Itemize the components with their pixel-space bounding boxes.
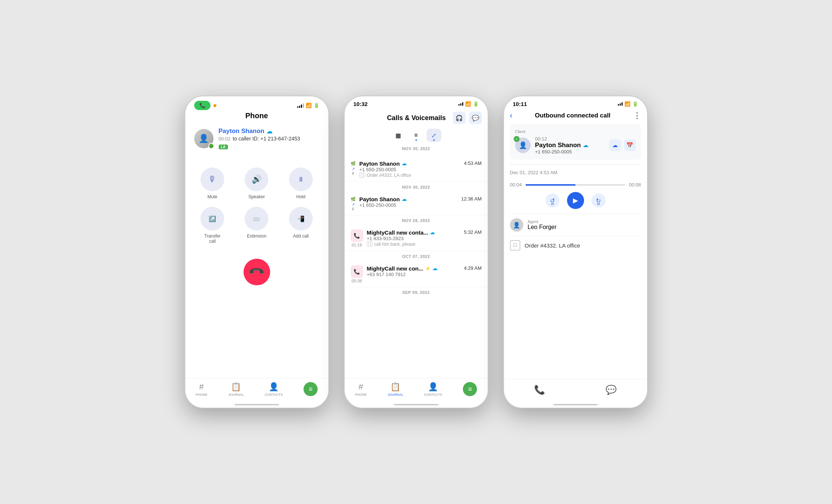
divider-1 bbox=[510, 164, 641, 165]
call-log-item-2[interactable]: 🌿 ↗ 🎙 Payton Shanon ☁ +1 650-250-0005 12… bbox=[345, 192, 488, 215]
screen3-bottom-nav: 📞 💬 bbox=[504, 379, 647, 404]
phone-screen-3: 10:11 📶 🔋 ‹ Outbound connected call ⋮ Cl… bbox=[503, 96, 648, 408]
mute-icon: 🎙 bbox=[208, 175, 216, 184]
caller-details: Payton Shanon ☁ 00:02 to caller ID: +1 2… bbox=[219, 127, 319, 150]
client-name: Payton Shanon ☁ bbox=[535, 142, 605, 149]
playback-progress-row: 00:04 00:08 bbox=[510, 182, 641, 188]
home-indicator bbox=[235, 404, 279, 405]
call3-number: +1 833-915-2823 bbox=[367, 236, 460, 241]
headset-icon: 🎧 bbox=[455, 115, 463, 122]
call4-extra-icon: ⚡ bbox=[425, 266, 431, 271]
call1-sub: ☐ Order #4332. LA office bbox=[359, 172, 460, 178]
time-display-3: 10:11 bbox=[513, 101, 527, 107]
transfer-icon: ↗️ bbox=[209, 215, 216, 222]
progress-fill bbox=[526, 184, 575, 186]
nav2-menu[interactable]: ≡ bbox=[463, 382, 477, 397]
speaker-label: Speaker bbox=[248, 194, 265, 199]
call2-right: 12:36 AM bbox=[461, 196, 482, 202]
call-type-overlay: ↗ bbox=[514, 136, 520, 142]
nav-journal[interactable]: 📋 JOURNAL bbox=[228, 382, 244, 397]
calendar-button[interactable]: 📅 bbox=[624, 139, 636, 151]
nav-menu[interactable]: ≡ bbox=[304, 382, 318, 397]
date-divider-nov28: NOV 28, 2022 bbox=[345, 215, 488, 226]
call1-right: 4:53 AM bbox=[464, 160, 482, 166]
call-timestamp: Dec 01, 2022 4:53 AM bbox=[510, 168, 641, 178]
playback-total: 00:08 bbox=[629, 182, 641, 188]
nav-contacts[interactable]: 👤 CONTACTS bbox=[265, 382, 283, 397]
end-call-button[interactable]: 📞 bbox=[243, 259, 270, 285]
add-call-button[interactable]: 📲 Add call bbox=[282, 207, 319, 244]
signal-bars-2 bbox=[458, 102, 463, 106]
call3-sf-icon: ☁ bbox=[430, 230, 435, 235]
chat-action-button[interactable]: 💬 bbox=[606, 385, 617, 395]
contacts-nav-label-2: CONTACTS bbox=[424, 393, 442, 397]
nav2-contacts[interactable]: 👤 CONTACTS bbox=[424, 382, 442, 397]
call-log-item-4[interactable]: 📞 00:38 MightyCall new con... ⚡ ☁ +63 91… bbox=[345, 262, 488, 287]
call-action-button[interactable]: 📞 bbox=[534, 385, 545, 395]
client-avatar: 👤 ↗ bbox=[515, 137, 531, 153]
list-icon: ≡ bbox=[414, 132, 418, 139]
page-title: Phone bbox=[245, 112, 268, 120]
speaker-icon-circle: 🔊 bbox=[245, 168, 268, 191]
mute-button[interactable]: 🎙 Mute bbox=[194, 168, 231, 199]
speaker-button[interactable]: 🔊 Speaker bbox=[238, 168, 275, 199]
rewind-button[interactable]: ↺ 15 bbox=[546, 193, 560, 208]
hold-button[interactable]: ⏸ Hold bbox=[282, 168, 319, 199]
extension-icon-circle: ⌨️ bbox=[245, 207, 268, 231]
client-call-timer: 00:12 bbox=[535, 136, 605, 142]
client-row: 👤 ↗ 00:12 Payton Shanon ☁ +1 650-250-000… bbox=[515, 136, 636, 155]
call-timer: 00:02 bbox=[219, 136, 231, 142]
filter-tab-list[interactable]: ≡ bbox=[409, 129, 424, 142]
phone-screen-2: 10:32 📶 🔋 Calls & Voicemails 🎧 💬 bbox=[344, 96, 488, 408]
nav2-journal[interactable]: 📋 JOURNAL bbox=[388, 382, 403, 397]
order-section: ☐ Order #4332. LA office bbox=[510, 236, 641, 254]
salesforce-link-button[interactable]: ☁ bbox=[609, 139, 621, 151]
mute-icon-circle: 🎙 bbox=[200, 168, 224, 191]
add-call-icon: 📲 bbox=[297, 215, 305, 222]
journal-nav-label-2: JOURNAL bbox=[388, 393, 403, 397]
forward-button[interactable]: ↻ 15 bbox=[591, 193, 606, 208]
more-options-button[interactable]: ⋮ bbox=[633, 111, 641, 120]
speaker-icon: 🔊 bbox=[252, 175, 262, 184]
filter-tab-expand[interactable]: ⤢ bbox=[427, 129, 441, 142]
header-icons: 🎧 💬 bbox=[453, 112, 482, 124]
home-indicator-3 bbox=[553, 404, 598, 405]
progress-bar[interactable] bbox=[526, 184, 625, 186]
call4-type-icon: 📞 bbox=[351, 265, 363, 278]
phone-nav-label-2: PHONE bbox=[355, 393, 367, 397]
call-log-item-3[interactable]: 📞 01:19 MightyCall new conta... ☁ +1 833… bbox=[345, 226, 488, 251]
wifi-icon-3: 📶 bbox=[624, 101, 630, 107]
back-button[interactable]: ‹ bbox=[510, 111, 513, 120]
phone-screen-1: 📞 📶 🔋 Phone 👤 🌿 Payton Sha bbox=[185, 96, 329, 408]
contacts-nav-label: CONTACTS bbox=[265, 393, 283, 397]
call1-details: Payton Shanon ☁ +1 650-250-0005 ☐ Order … bbox=[359, 160, 460, 178]
call-actions-grid: 🎙 Mute 🔊 Speaker ⏸ Hold ↗️ Tran bbox=[194, 168, 319, 244]
chat-icon-button[interactable]: 💬 bbox=[469, 112, 482, 124]
client-sf-icon: ☁ bbox=[583, 142, 588, 148]
transfer-icon-circle: ↗️ bbox=[200, 207, 224, 231]
caller-name: Payton Shanon ☁ bbox=[219, 127, 319, 135]
extension-button[interactable]: ⌨️ Extension bbox=[238, 207, 275, 244]
mute-label: Mute bbox=[208, 194, 218, 199]
screen3-header: ‹ Outbound connected call ⋮ bbox=[504, 109, 647, 124]
status-icons-2: 📶 🔋 bbox=[458, 101, 479, 107]
hold-icon-circle: ⏸ bbox=[289, 168, 313, 191]
expand-dot bbox=[433, 139, 435, 141]
call4-name: MightyCall new con... ⚡ ☁ bbox=[367, 265, 460, 272]
menu-nav-icon-2: ≡ bbox=[463, 382, 477, 396]
transfer-call-button[interactable]: ↗️ Transfercall bbox=[194, 207, 231, 244]
contacts-nav-icon-2: 👤 bbox=[428, 382, 438, 392]
nav2-phone[interactable]: # PHONE bbox=[355, 382, 367, 397]
order-icon: ☐ bbox=[510, 240, 520, 251]
filter-tab-grid[interactable]: ▦ bbox=[391, 129, 406, 142]
signal-bars bbox=[297, 103, 304, 108]
date-divider-current: NOV 30, 2022 bbox=[351, 143, 482, 154]
nav-phone[interactable]: # PHONE bbox=[196, 382, 208, 397]
call-log-item-1[interactable]: 🌿 ↗ 🎙 Payton Shanon ☁ +1 650-250-0005 ☐ … bbox=[345, 157, 488, 182]
call-log-list: 🌿 ↗ 🎙 Payton Shanon ☁ +1 650-250-0005 ☐ … bbox=[345, 157, 488, 378]
journal-title-row: Calls & Voicemails 🎧 💬 bbox=[351, 112, 482, 124]
phone-nav-icon-2: # bbox=[359, 382, 363, 392]
headset-icon-button[interactable]: 🎧 bbox=[453, 112, 465, 124]
bottom-nav-2: # PHONE 📋 JOURNAL 👤 CONTACTS ≡ bbox=[345, 378, 488, 404]
play-button[interactable]: ▶ bbox=[567, 192, 584, 209]
